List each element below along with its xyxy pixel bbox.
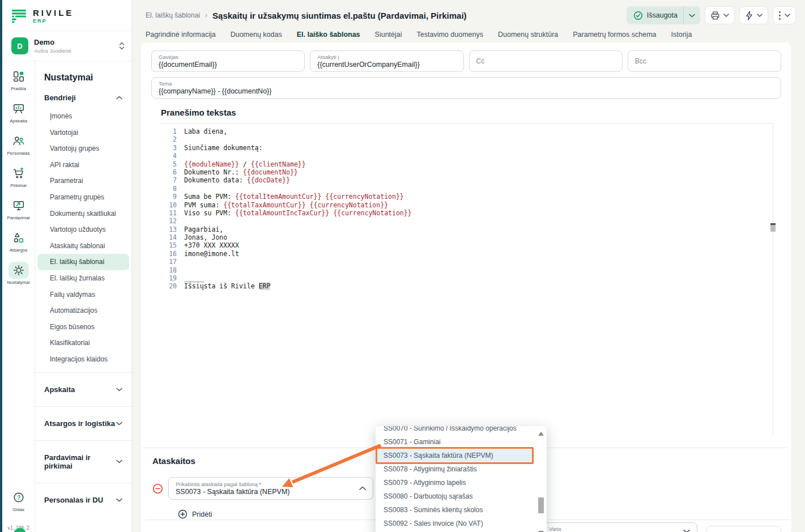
rail-item-pradžia[interactable]: Pradžia [5, 68, 33, 91]
listbox-option-ss0083[interactable]: SS0083 - Suminės klientų skolos [376, 503, 534, 517]
field-value: {{documentEmail}} [159, 61, 297, 69]
code-line: 5{{moduleName}} / {{clientName}} [161, 160, 773, 168]
rivile-logo-icon [11, 9, 27, 23]
code-line: 20Išsiųsta iš Rivile ERP [161, 282, 773, 290]
breadcrumb-parent[interactable]: El. laiškų šablonai [146, 11, 200, 19]
gavėjas-field[interactable]: Gavėjas{{documentEmail}} [151, 50, 305, 72]
cc-field[interactable]: Cc [469, 50, 623, 72]
org-name: Demo [34, 38, 71, 46]
code-line: 3Siunčiame dokumentą: [161, 144, 773, 152]
sidebar-item-automatizacijos[interactable]: Automatizacijos [37, 303, 129, 319]
code-text [177, 185, 184, 193]
listbox-option-ss0092[interactable]: SS0092 - Sales invoice (No VAT) [376, 517, 534, 530]
subject-field[interactable]: Tema {{companyName}} - {{documentNo}} [151, 77, 781, 99]
menu-group-personalas-ir-du[interactable]: Personalas ir DU [35, 488, 131, 512]
reset-to-system-button[interactable]: Atstatyti į sisteminį [706, 526, 781, 532]
listbox-scrollbar[interactable] [537, 431, 545, 532]
logo[interactable]: RIVILE ERP [2, 0, 131, 31]
code-text [177, 135, 184, 143]
menu-group-bendrieji[interactable]: Bendrieji [35, 87, 131, 108]
code-text: Suma be PVM: {{totalItemAmountCur}} {{cu… [177, 193, 404, 201]
listbox-option-ss0078[interactable]: SS0078 - Atlyginimų žiniaraštis [376, 462, 534, 476]
rail-label: Personalas [7, 151, 29, 156]
editor-scrollbar[interactable] [770, 223, 776, 232]
chevron-down-icon [785, 14, 790, 17]
line-number: 9 [161, 193, 177, 201]
automation-button[interactable] [739, 6, 768, 24]
menu-group-apskaita[interactable]: Apskaita [35, 377, 131, 402]
more-menu-button[interactable] [773, 6, 796, 24]
code-text [177, 152, 184, 160]
rail-item-atsargos[interactable]: Atsargos [5, 229, 33, 253]
chevron-right-icon: › [205, 11, 207, 19]
divider [35, 372, 131, 373]
menu-group-pardavimai-ir-pirkimai[interactable]: Pardavimai ir pirkimai [35, 445, 131, 478]
report-template-listbox: SS0070 - Surinkimo / Išskaidymo operacij… [376, 426, 547, 532]
sidebar-item-dokumentų-skaitliukai[interactable]: Dokumentų skaitliukai [37, 206, 129, 222]
code-line: 13Pagarbiai, [161, 225, 773, 233]
line-number: 11 [161, 209, 177, 217]
rail-item-nustatymai[interactable]: Nustatymai [5, 262, 33, 285]
remove-report-icon[interactable] [152, 483, 163, 494]
sidebar-item-integracijos-klaidos[interactable]: Integracijos klaidos [37, 351, 129, 368]
add-report-label: Pridėti [192, 510, 212, 518]
listbox-option-ss0071[interactable]: SS0071 - Gaminiai [376, 435, 534, 449]
code-text: Dokumento Nr.: {{documentNo}} [177, 168, 298, 176]
field-label: Atsakyti į [317, 54, 456, 60]
chevron-down-icon [757, 14, 763, 17]
vieta-select[interactable]: Vieta [542, 522, 697, 532]
chevron-up-icon [359, 486, 366, 491]
sidebar-item-klasifikatoriai[interactable]: Klasifikatoriai [37, 335, 129, 351]
chevron-down-icon [683, 529, 690, 532]
code-text [177, 266, 184, 274]
required-mark: * [259, 481, 261, 487]
bcc-field[interactable]: Bcc [628, 50, 781, 72]
rail-item-gidas[interactable]: ? Gidas [5, 489, 33, 512]
people-icon [8, 133, 29, 150]
atsakyti-į-field[interactable]: Atsakyti į{{currentUserOrCompanyEmail}} [310, 50, 463, 72]
board-icon [8, 100, 29, 117]
code-line: 6Dokumento Nr.: {{documentNo}} [161, 168, 773, 176]
code-line: 1Laba diena, [161, 127, 773, 135]
rail-item-pirkimai[interactable]: Pirkimai [5, 165, 33, 188]
listbox-option-ss0070[interactable]: SS0070 - Surinkimo / Išskaidymo operacij… [376, 426, 534, 435]
chevron-down-icon[interactable] [684, 14, 700, 18]
listbox-option-ss0080[interactable]: SS0080 - Darbuotojų sąrašas [376, 490, 534, 503]
group-label: Bendrieji [44, 93, 76, 102]
code-text: Išsiųsta iš Rivile ERP [177, 282, 270, 290]
sidebar-item-api-raktai[interactable]: API raktai [37, 157, 129, 173]
sidebar-item-vartotojų-grupės[interactable]: Vartotojų grupės [37, 141, 129, 157]
sidebar-item-vartotojo-užduotys[interactable]: Vartotojo užduotys [37, 222, 129, 238]
sidebar-item-ataskaitų-šablonai[interactable]: Ataskaitų šablonai [37, 238, 129, 254]
sidebar-item-parametrai[interactable]: Parametrai [37, 173, 129, 189]
sidebar-item-įmonės[interactable]: Įmonės [37, 108, 129, 125]
report-template-select[interactable]: Prikabinta ataskaita pagal šabloną * SS0… [168, 477, 373, 500]
code-text: +370 XXX XXXXX [177, 241, 239, 249]
line-number: 18 [161, 266, 177, 274]
scroll-thumb[interactable] [538, 497, 544, 513]
sidebar-item-parametrų-grupės[interactable]: Parametrų grupės [37, 189, 129, 206]
listbox-option-ss0073[interactable]: SS0073 - Sąskaita faktūra (NEPVM) [376, 449, 534, 462]
sidebar-item-el-laiškų-šablonai[interactable]: El. laiškų šablonai [37, 254, 129, 270]
scroll-up-icon[interactable] [538, 432, 544, 436]
sidebar-item-eigos-būsenos[interactable]: Eigos būsenos [37, 319, 129, 335]
code-line: 17 [161, 258, 773, 266]
sidebar-item-el-laiškų-žurnalas[interactable]: El. laiškų žurnalas [37, 270, 129, 287]
save-split-button[interactable]: Išsaugota [627, 6, 700, 24]
org-selector[interactable]: D Demo Aušra Juodienė [2, 31, 131, 61]
page-title: Sąskaitų ir užsakymų siuntimas el.paštu … [212, 11, 467, 20]
rail-label: Pardavimai [7, 215, 29, 220]
rail-item-personalas[interactable]: Personalas [5, 133, 33, 156]
rail-item-pardavimai[interactable]: Pardavimai [5, 197, 33, 220]
field-label: Gavėjas [159, 54, 297, 60]
menu-group-atsargos-ir-logistika[interactable]: Atsargos ir logistika [35, 411, 131, 436]
code-editor[interactable]: 1Laba diena,23Siunčiame dokumentą:45{{mo… [161, 123, 773, 436]
dashboard-icon [8, 68, 29, 85]
sidebar-item-vartotojai[interactable]: Vartotojai [37, 125, 129, 141]
line-number: 13 [161, 225, 177, 233]
rail-item-apskaita[interactable]: Apskaita [5, 100, 33, 124]
listbox-option-ss0079[interactable]: SS0079 - Atlyginimo lapelis [376, 476, 534, 490]
print-button[interactable] [705, 6, 735, 24]
sidebar-item-failų-valdymas[interactable]: Failų valdymas [37, 287, 129, 303]
org-updown-icon [119, 42, 125, 50]
